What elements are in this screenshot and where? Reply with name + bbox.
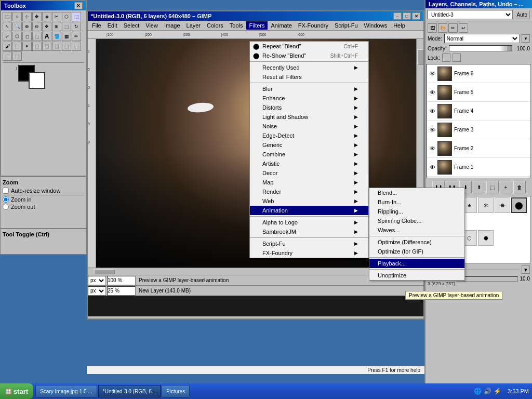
- dodge-burn-tool[interactable]: ⬚: [3, 51, 12, 61]
- mode-expand-btn[interactable]: ▼: [522, 34, 530, 43]
- menu-script-fu[interactable]: Script-Fu: [331, 21, 361, 30]
- ellipse-select-tool[interactable]: ○: [12, 12, 22, 21]
- convolve-tool[interactable]: ⬚: [62, 42, 71, 51]
- crop-tool[interactable]: ⬚: [62, 22, 71, 31]
- unit-selector-2[interactable]: px: [88, 286, 106, 296]
- filter-fx-foundry[interactable]: FX-Foundry ▶: [250, 248, 368, 258]
- select-by-color-tool[interactable]: ◈: [42, 12, 51, 21]
- minimize-button[interactable]: –: [393, 12, 402, 20]
- zoom-in-radio[interactable]: [3, 196, 9, 203]
- zoom-out-radio[interactable]: [3, 204, 9, 210]
- anim-rippling[interactable]: Rippling...: [369, 207, 464, 216]
- auto-resize-option[interactable]: Auto-resize window: [3, 188, 84, 194]
- airbrush-tool[interactable]: ✦: [22, 42, 32, 51]
- scale-tool[interactable]: ⤢: [3, 32, 12, 41]
- anim-optimize-gif[interactable]: Optimize (for GIF): [369, 247, 464, 256]
- zoom-input-2[interactable]: [107, 286, 136, 296]
- scrollbar-h-thumb[interactable]: [94, 269, 115, 274]
- smudge-tool[interactable]: ⬚: [72, 42, 81, 51]
- unit-selector-1[interactable]: px: [88, 276, 106, 285]
- fuzzy-select-tool[interactable]: ✥: [32, 12, 42, 21]
- filter-script-fu[interactable]: Script-Fu ▶: [250, 239, 368, 248]
- channels-tab-icon[interactable]: 🎨: [438, 23, 447, 33]
- opacity-thumb[interactable]: [507, 46, 511, 51]
- menu-filters[interactable]: Filters: [246, 21, 268, 30]
- filter-combine[interactable]: Combine ▶: [250, 150, 368, 159]
- menu-view[interactable]: View: [142, 21, 161, 30]
- measure-tool[interactable]: ⊕: [22, 22, 32, 31]
- scrollbar-thumb[interactable]: [417, 49, 423, 65]
- filter-repeat-blend[interactable]: ⬤ Repeat "Blend" Ctrl+F: [250, 42, 368, 51]
- move-tool[interactable]: ✥: [42, 22, 51, 31]
- layer-up-btn[interactable]: ⬆: [473, 181, 485, 193]
- menu-edit[interactable]: Edit: [104, 21, 121, 30]
- rotate-tool[interactable]: ↻: [72, 22, 81, 31]
- maximize-button[interactable]: □: [403, 12, 411, 20]
- anim-waves[interactable]: Waves...: [369, 225, 464, 235]
- filter-decor[interactable]: Decor ▶: [250, 168, 368, 178]
- filter-noise[interactable]: Noise ▶: [250, 122, 368, 131]
- anim-optimize-diff[interactable]: Optimize (Difference): [369, 237, 464, 247]
- taskbar-item-pictures[interactable]: Pictures: [162, 385, 190, 397]
- filter-render[interactable]: Render ▶: [250, 187, 368, 196]
- swap-colors-icon[interactable]: ↕: [15, 66, 17, 71]
- filter-alpha-to-logo[interactable]: Alpha to Logo ▶: [250, 218, 368, 227]
- filter-reshow-blend[interactable]: ⬤ Re-Show "Blend" Shift+Ctrl+F: [250, 51, 368, 60]
- layer-delete-btn[interactable]: 🗑: [513, 181, 526, 193]
- menu-file[interactable]: File: [89, 21, 104, 30]
- undo-tab-icon[interactable]: ↩: [459, 23, 468, 33]
- auto-resize-checkbox[interactable]: [3, 188, 9, 194]
- close-button[interactable]: ✕: [412, 12, 420, 20]
- layer-eye-frame6[interactable]: 👁: [428, 70, 436, 78]
- eraser-tool[interactable]: ⬚: [12, 42, 22, 51]
- anim-spinning-globe[interactable]: Spinning Globe...: [369, 216, 464, 225]
- color-picker-tool[interactable]: ↖: [3, 22, 12, 31]
- filter-recently-used[interactable]: Recently Used ▶: [250, 63, 368, 72]
- filter-sambrookjm[interactable]: SambrookJM ▶: [250, 227, 368, 236]
- layers-tab-icon[interactable]: 🖼: [428, 23, 437, 33]
- toolbox-close-button[interactable]: ✕: [74, 2, 83, 9]
- menu-windows[interactable]: Windows: [361, 21, 391, 30]
- paths-tab-icon[interactable]: ✏: [448, 23, 458, 33]
- layer-row-frame4[interactable]: 👁 Frame 4: [427, 102, 530, 121]
- menu-tools[interactable]: Tools: [227, 21, 246, 30]
- menu-layer[interactable]: Layer: [183, 21, 204, 30]
- zoom-in-option[interactable]: Zoom in: [3, 196, 84, 203]
- menu-image[interactable]: Image: [161, 21, 183, 30]
- clone-tool[interactable]: ⬚: [42, 42, 51, 51]
- menu-colors[interactable]: Colors: [204, 21, 227, 30]
- iscissors-tool[interactable]: ⊖: [32, 22, 42, 31]
- free-select-tool[interactable]: ⊹: [22, 12, 32, 21]
- brush-item-active[interactable]: ⬤: [511, 197, 527, 213]
- layer-eye-frame3[interactable]: 👁: [428, 126, 436, 134]
- anim-playback[interactable]: Playback...: [369, 259, 464, 268]
- text-tool[interactable]: A: [42, 32, 51, 41]
- filter-map[interactable]: Map ▶: [250, 178, 368, 187]
- paintbrush-tool[interactable]: 🖌: [3, 42, 12, 51]
- flip-tool[interactable]: ⬚: [32, 32, 42, 41]
- menu-animate[interactable]: Animate: [268, 21, 295, 30]
- taskbar-item-scary[interactable]: Scary Image.jpg-1.0 ...: [35, 385, 97, 397]
- filter-artistic[interactable]: Artistic ▶: [250, 159, 368, 168]
- brushes-expand-btn[interactable]: ▼: [522, 265, 530, 274]
- scissors-tool[interactable]: ✂: [52, 12, 61, 21]
- image-selector[interactable]: Untitled-3: [428, 10, 513, 19]
- heal-tool[interactable]: ⬚: [52, 42, 61, 51]
- layer-eye-frame2[interactable]: 👁: [428, 144, 436, 153]
- anim-burn-in[interactable]: Burn-In...: [369, 197, 464, 207]
- mode-selector[interactable]: Normal: [444, 34, 520, 43]
- filter-generic[interactable]: Generic ▶: [250, 140, 368, 150]
- layer-eye-frame5[interactable]: 👁: [428, 88, 436, 97]
- menu-fx-foundry[interactable]: FX-Foundry: [295, 21, 331, 30]
- layer-eye-frame1[interactable]: 👁: [428, 163, 436, 171]
- zoom-input-1[interactable]: [107, 276, 136, 285]
- zoom-tool[interactable]: 🔍: [12, 22, 22, 31]
- layer-eye-frame4[interactable]: 👁: [428, 107, 436, 115]
- anim-unoptimize[interactable]: Unoptimize: [369, 271, 464, 280]
- menu-help[interactable]: Help: [390, 21, 408, 30]
- filter-blur[interactable]: Blur ▶: [250, 84, 368, 94]
- background-color[interactable]: [29, 72, 45, 89]
- anim-blend[interactable]: Blend...: [369, 188, 464, 197]
- layer-row-frame3[interactable]: 👁 Frame 3: [427, 121, 530, 139]
- layer-row-frame2[interactable]: 👁 Frame 2: [427, 139, 530, 158]
